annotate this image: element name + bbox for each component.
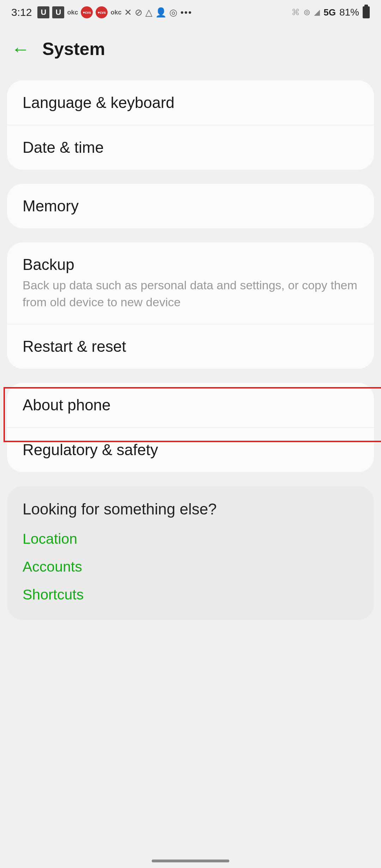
app-icon-cvs2: ♥cvs xyxy=(96,6,108,18)
status-bar: 3:12 U U okc ♥cvs ♥cvs okc ✕ ⊘ △ 👤 ◎ •••… xyxy=(0,0,381,25)
help-link-location[interactable]: Location xyxy=(23,531,358,547)
wifi-icon: ⊚ xyxy=(303,7,310,17)
help-link-shortcuts[interactable]: Shortcuts xyxy=(23,586,358,603)
restart-reset-item[interactable]: Restart & reset xyxy=(7,324,374,369)
app-icon-u2: U xyxy=(52,6,64,18)
item-title: About phone xyxy=(23,396,358,414)
settings-group-2: Memory xyxy=(7,184,374,228)
more-icon: ••• xyxy=(180,7,192,18)
backup-item[interactable]: Backup Back up data such as personal dat… xyxy=(7,242,374,324)
check-icon: ⊘ xyxy=(135,7,143,18)
app-icon-cvs1: ♥cvs xyxy=(81,6,93,18)
page-header: ← System xyxy=(0,25,381,66)
item-title: Memory xyxy=(23,197,358,215)
regulatory-safety-item[interactable]: Regulatory & safety xyxy=(7,428,374,472)
settings-group-4: About phone Regulatory & safety xyxy=(7,383,374,472)
network-label: 5G xyxy=(323,7,336,18)
settings-group-1: Language & keyboard Date & time xyxy=(7,80,374,170)
battery-percent: 81% xyxy=(339,7,359,18)
item-subtitle: Back up data such as personal data and s… xyxy=(23,277,358,311)
app-icon-okc2: okc xyxy=(110,9,121,16)
app-icon-u1: U xyxy=(37,6,49,18)
instagram-icon: ◎ xyxy=(169,7,177,18)
status-time: 3:12 xyxy=(11,6,32,18)
signal-icon: ◢ xyxy=(314,8,320,17)
help-card: Looking for something else? Location Acc… xyxy=(7,486,374,620)
battery-icon xyxy=(363,6,370,18)
missed-call-icon: ✕ xyxy=(124,7,132,18)
about-phone-item[interactable]: About phone xyxy=(7,383,374,428)
settings-group-3: Backup Back up data such as personal dat… xyxy=(7,242,374,369)
bluetooth-icon: ⌘ xyxy=(291,7,300,17)
item-title: Date & time xyxy=(23,139,358,156)
app-icon-okc1: okc xyxy=(67,9,78,16)
item-title: Backup xyxy=(23,256,358,273)
memory-item[interactable]: Memory xyxy=(7,184,374,228)
item-title: Restart & reset xyxy=(23,338,358,355)
item-title: Language & keyboard xyxy=(23,94,358,111)
nav-bar-handle[interactable] xyxy=(152,860,229,862)
item-title: Regulatory & safety xyxy=(23,441,358,459)
back-arrow-icon[interactable]: ← xyxy=(11,40,30,58)
date-time-item[interactable]: Date & time xyxy=(7,125,374,170)
warning-icon: △ xyxy=(145,7,152,18)
help-link-accounts[interactable]: Accounts xyxy=(23,559,358,575)
page-title: System xyxy=(42,39,105,59)
help-title: Looking for something else? xyxy=(23,500,358,518)
person-icon: 👤 xyxy=(155,7,167,18)
language-keyboard-item[interactable]: Language & keyboard xyxy=(7,80,374,125)
